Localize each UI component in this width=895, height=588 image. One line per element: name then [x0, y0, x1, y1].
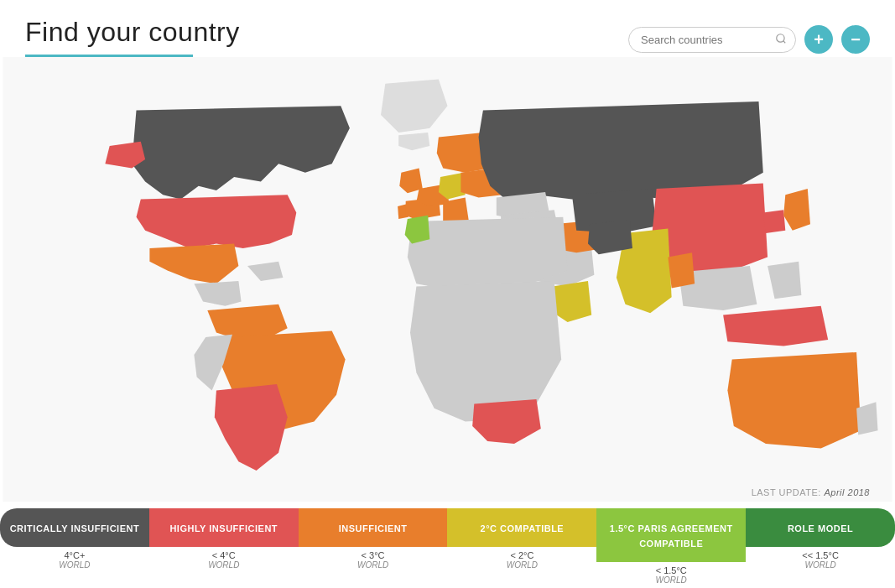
- legend-label-critical: CRITICALLY INSUFFICIENT: [10, 523, 140, 533]
- zoom-out-button[interactable]: −: [841, 25, 870, 54]
- pakistan-afghanistan[interactable]: [588, 220, 632, 254]
- legend-bar-critical: CRITICALLY INSUFFICIENT: [0, 508, 149, 547]
- title-section: Find your country: [25, 17, 240, 57]
- zoom-in-button[interactable]: +: [804, 25, 833, 54]
- world-map[interactable]: [0, 57, 895, 502]
- legend-temp-2c: < 2°C: [507, 550, 538, 560]
- legend-sub-insufficient: < 3°C WORLD: [357, 547, 388, 573]
- legend-sub-highly: < 4°C WORLD: [208, 547, 239, 573]
- legend-items: CRITICALLY INSUFFICIENT 4°C+ WORLD HIGHL…: [0, 508, 895, 588]
- legend-temp-role: << 1.5°C: [802, 550, 839, 560]
- last-update-value: April 2018: [824, 487, 870, 497]
- legend-label-2c: 2°C COMPATIBLE: [481, 523, 565, 533]
- legend-temp-highly: < 4°C: [208, 550, 239, 560]
- legend-bar-insufficient: INSUFFICIENT: [299, 508, 448, 547]
- legend-sub-1p5c: < 1.5°C WORLD: [656, 562, 687, 588]
- search-input[interactable]: [641, 34, 775, 46]
- legend-world-insufficient: WORLD: [357, 560, 388, 570]
- legend-temp-1p5c: < 1.5°C: [656, 565, 687, 575]
- legend-bar-1p5c: 1.5°C PARIS AGREEMENT COMPATIBLE: [596, 508, 746, 562]
- russia[interactable]: [479, 101, 763, 200]
- search-box[interactable]: [628, 27, 796, 53]
- legend-bar-role: ROLE MODEL: [746, 508, 895, 547]
- legend-bar-highly: HIGHLY INSUFFICIENT: [149, 508, 299, 547]
- legend-label-role: ROLE MODEL: [788, 523, 853, 533]
- page-header: Find your country + −: [0, 0, 895, 57]
- legend-item-2c[interactable]: 2°C COMPATIBLE < 2°C WORLD: [447, 508, 596, 588]
- legend-temp-insufficient: < 3°C: [357, 550, 388, 560]
- legend-temp-critical: 4°C+: [59, 550, 90, 560]
- legend: CRITICALLY INSUFFICIENT 4°C+ WORLD HIGHL…: [0, 508, 895, 588]
- south-korea[interactable]: [763, 210, 786, 233]
- svg-line-1: [783, 40, 786, 43]
- page-title: Find your country: [25, 17, 240, 48]
- legend-world-highly: WORLD: [208, 560, 239, 570]
- search-icon: [775, 33, 787, 47]
- legend-sub-role: << 1.5°C WORLD: [802, 547, 839, 573]
- legend-item-role-model[interactable]: ROLE MODEL << 1.5°C WORLD: [746, 508, 895, 588]
- legend-label-highly: HIGHLY INSUFFICIENT: [169, 523, 278, 533]
- legend-world-role: WORLD: [802, 560, 839, 570]
- header-controls: + −: [628, 25, 870, 54]
- legend-world-1p5c: WORLD: [656, 575, 687, 585]
- bangladesh-myanmar[interactable]: [668, 252, 695, 288]
- legend-sub-critical: 4°C+ WORLD: [59, 547, 90, 573]
- legend-item-critically-insufficient[interactable]: CRITICALLY INSUFFICIENT 4°C+ WORLD: [0, 508, 149, 588]
- legend-label-1p5c: 1.5°C PARIS AGREEMENT COMPATIBLE: [610, 523, 733, 549]
- map-container: LAST UPDATE: April 2018: [0, 57, 895, 502]
- legend-bar-2c: 2°C COMPATIBLE: [447, 508, 596, 547]
- last-update-label: LAST UPDATE:: [752, 487, 821, 497]
- morocco[interactable]: [405, 216, 430, 244]
- legend-label-insufficient: INSUFFICIENT: [339, 523, 408, 533]
- legend-world-critical: WORLD: [59, 560, 90, 570]
- legend-sub-2c: < 2°C WORLD: [507, 547, 538, 573]
- legend-item-insufficient[interactable]: INSUFFICIENT < 3°C WORLD: [299, 508, 448, 588]
- legend-item-1p5c[interactable]: 1.5°C PARIS AGREEMENT COMPATIBLE < 1.5°C…: [596, 508, 746, 588]
- legend-item-highly-insufficient[interactable]: HIGHLY INSUFFICIENT < 4°C WORLD: [149, 508, 299, 588]
- svg-point-0: [777, 34, 784, 41]
- legend-world-2c: WORLD: [507, 560, 538, 570]
- last-update: LAST UPDATE: April 2018: [752, 487, 870, 497]
